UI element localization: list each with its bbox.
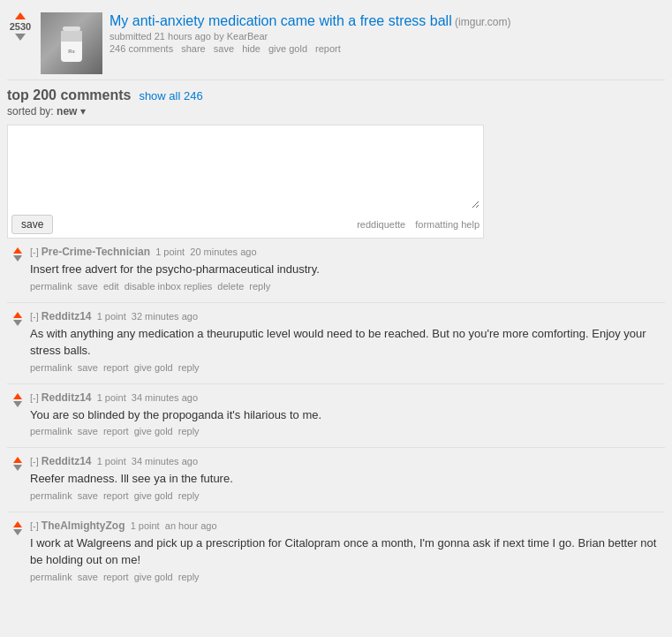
comment-action-link[interactable]: report [103, 490, 129, 501]
comment-downvote-button[interactable] [13, 255, 22, 262]
comment-action-link[interactable]: save [78, 362, 98, 373]
comment-author-link[interactable]: Redditz14 [42, 310, 92, 322]
comment-divider [7, 447, 665, 448]
comment-downvote-button[interactable] [13, 401, 22, 407]
post-report-link[interactable]: report [315, 43, 341, 54]
comment-save-button[interactable]: save [11, 215, 53, 234]
comment-compose-box: save reddiquette formatting help [7, 125, 484, 239]
post-share-link[interactable]: share [181, 43, 206, 54]
comment-upvote-button[interactable] [13, 521, 22, 527]
comment-score: 1 point [97, 456, 126, 466]
sort-dropdown-icon[interactable]: ▾ [80, 105, 86, 118]
comment-action-link[interactable]: permalink [30, 572, 72, 582]
comment-upvote-button[interactable] [13, 393, 22, 399]
comment-author-link[interactable]: Pre-Crime-Technician [42, 246, 150, 258]
sort-value: new [57, 105, 77, 118]
post-downvote-button[interactable] [15, 34, 26, 41]
comment-action-link[interactable]: report [103, 426, 129, 436]
svg-text:Rx: Rx [68, 49, 74, 54]
comment-action-link[interactable]: reply [178, 426, 200, 436]
post-vote-column: 2530 [7, 12, 34, 41]
comment-author-link[interactable]: Redditz14 [42, 455, 92, 467]
comment-item: [-] Redditz14 1 point 34 minutes ago You… [7, 391, 665, 437]
comment-body: [-] Pre-Crime-Technician 1 point 20 minu… [30, 246, 665, 292]
comment-action-link[interactable]: give gold [134, 572, 173, 582]
comment-vote [11, 521, 25, 582]
comments-list: [-] Pre-Crime-Technician 1 point 20 minu… [7, 246, 665, 582]
post-save-link[interactable]: save [214, 43, 234, 54]
comment-meta: [-] Pre-Crime-Technician 1 point 20 minu… [30, 246, 665, 258]
comment-score: 1 point [97, 392, 126, 403]
comment-textarea[interactable] [11, 129, 479, 209]
comment-item: [-] Pre-Crime-Technician 1 point 20 minu… [7, 246, 665, 292]
comment-body: [-] TheAlmightyZog 1 point an hour ago I… [30, 519, 665, 582]
post-hide-link[interactable]: hide [242, 43, 260, 54]
comment-author-link[interactable]: TheAlmightyZog [42, 519, 125, 532]
comment-box-footer: save reddiquette formatting help [11, 215, 479, 234]
comment-downvote-button[interactable] [13, 320, 22, 326]
post-title-link[interactable]: My anti-anxiety medication came with a f… [109, 13, 452, 28]
comment-action-link[interactable]: permalink [30, 490, 72, 501]
comment-time: 34 minutes ago [132, 456, 198, 466]
comment-item: [-] Redditz14 1 point 32 minutes ago As … [7, 310, 665, 373]
comment-vote [11, 247, 25, 292]
comment-actions: permalinksavereportgive goldreply [30, 362, 665, 373]
comment-action-link[interactable]: disable inbox replies [125, 281, 213, 292]
comment-downvote-button[interactable] [13, 465, 22, 471]
comment-actions: permalinksavereportgive goldreply [30, 490, 665, 501]
comment-action-link[interactable]: save [78, 572, 98, 582]
comment-action-link[interactable]: report [103, 572, 129, 582]
comment-author-link[interactable]: Redditz14 [42, 391, 92, 404]
comment-text: Reefer madness. Ill see ya in the future… [30, 470, 665, 488]
post-domain: (imgur.com) [455, 16, 510, 28]
post-givegold-link[interactable]: give gold [268, 43, 307, 54]
comment-upvote-button[interactable] [13, 312, 22, 318]
comment-action-link[interactable]: permalink [30, 362, 72, 373]
comment-action-link[interactable]: report [103, 362, 129, 373]
comment-divider [7, 512, 665, 512]
comment-action-link[interactable]: give gold [134, 362, 173, 373]
show-all-link[interactable]: show all 246 [139, 89, 202, 102]
comment-action-link[interactable]: edit [103, 281, 119, 292]
comment-action-link[interactable]: reply [178, 490, 200, 501]
comment-downvote-button[interactable] [13, 529, 22, 535]
comment-text: You are so blinded by the propoganda it'… [30, 406, 665, 424]
comment-action-link[interactable]: save [78, 426, 98, 436]
comment-collapse-button[interactable]: [-] [30, 456, 39, 466]
comment-upvote-button[interactable] [13, 457, 22, 463]
comment-action-link[interactable]: reply [178, 362, 200, 373]
comment-action-link[interactable]: reply [178, 572, 200, 582]
comment-action-link[interactable]: permalink [30, 281, 72, 292]
post-author-link[interactable]: KearBear [227, 31, 268, 42]
comment-action-link[interactable]: give gold [134, 426, 173, 436]
comment-upvote-button[interactable] [13, 247, 22, 254]
comment-box-links: reddiquette formatting help [350, 219, 479, 230]
comment-collapse-button[interactable]: [-] [30, 311, 39, 322]
svg-rect-0 [63, 27, 80, 31]
comment-action-link[interactable]: reply [249, 281, 270, 292]
comment-action-link[interactable]: delete [217, 281, 244, 292]
comment-text: Insert free advert for the psycho-pharma… [30, 261, 665, 278]
comment-collapse-button[interactable]: [-] [30, 520, 39, 531]
comment-body: [-] Redditz14 1 point 32 minutes ago As … [30, 310, 665, 373]
comment-action-link[interactable]: save [78, 490, 98, 501]
formatting-help-link[interactable]: formatting help [415, 219, 479, 230]
comment-action-link[interactable]: save [78, 281, 98, 292]
comment-divider [7, 302, 665, 303]
comment-collapse-button[interactable]: [-] [30, 392, 39, 403]
comment-actions: permalinksaveeditdisable inbox repliesde… [30, 281, 665, 292]
comment-action-link[interactable]: permalink [30, 426, 72, 436]
post-upvote-button[interactable] [15, 12, 26, 19]
comment-vote [11, 312, 25, 373]
post-thumbnail[interactable]: Rx [41, 12, 102, 74]
post-score: 2530 [10, 21, 31, 32]
comment-score: 1 point [131, 520, 160, 531]
comment-action-link[interactable]: give gold [134, 490, 173, 501]
comment-meta: [-] Redditz14 1 point 34 minutes ago [30, 391, 665, 404]
comment-collapse-button[interactable]: [-] [30, 246, 39, 257]
comment-body: [-] Redditz14 1 point 34 minutes ago Ree… [30, 455, 665, 501]
comment-divider [7, 383, 665, 384]
comment-score: 1 point [97, 311, 126, 322]
reddiquette-link[interactable]: reddiquette [357, 219, 405, 230]
post-comments-link[interactable]: 246 comments [109, 43, 173, 54]
